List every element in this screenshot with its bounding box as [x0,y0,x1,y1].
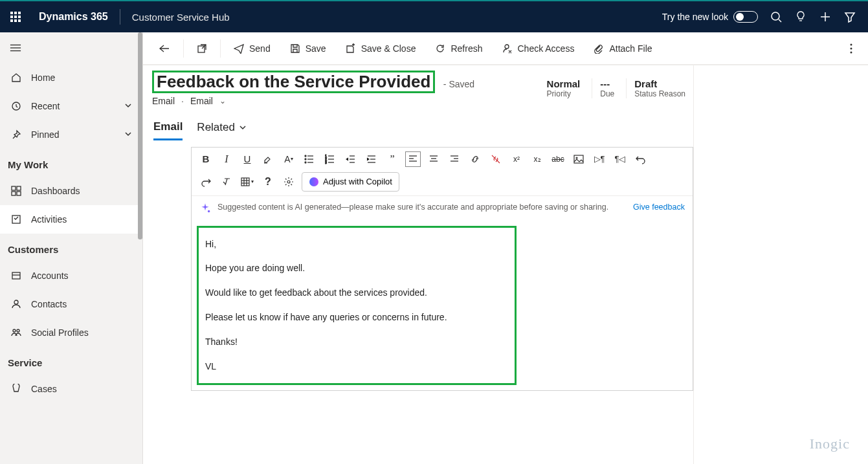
svg-point-18 [17,329,19,332]
quote-button[interactable]: ” [384,151,400,167]
clock-icon [10,101,22,111]
svg-point-23 [851,51,852,53]
save-button[interactable]: Save [281,34,335,63]
unlink-button[interactable] [488,151,504,167]
filter-icon[interactable] [843,10,856,23]
lightbulb-icon[interactable] [794,10,807,23]
rtl-button[interactable]: ¶◁ [612,151,628,167]
meta-status[interactable]: Draft Status Reason [626,78,685,98]
attach-file-button[interactable]: Attach File [584,34,661,63]
copilot-button[interactable]: Adjust with Copilot [302,172,399,192]
svg-point-24 [305,155,306,157]
align-left-button[interactable] [405,151,421,167]
waffle-icon [10,12,21,22]
sidebar-item-home[interactable]: Home [0,63,142,92]
chevron-down-icon [124,101,132,111]
home-icon [10,72,22,83]
italic-button[interactable]: I [219,151,234,167]
activities-icon [10,214,22,225]
give-feedback-link[interactable]: Give feedback [633,203,685,212]
subscript-button[interactable]: x₂ [529,151,545,167]
chevron-down-icon[interactable]: ⌄ [219,96,226,105]
cmd-label: Check Access [517,43,574,54]
watermark: Inogic [810,436,850,452]
email-line: Would like to get feedback about the ser… [205,285,508,301]
meta-priority[interactable]: Normal Priority [539,78,581,98]
sidebar-item-dashboards[interactable]: Dashboards [0,177,142,205]
meta-due[interactable]: --- Due [592,78,614,98]
app-name[interactable]: Customer Service Hub [132,12,230,23]
indent-button[interactable] [364,151,379,167]
pin-icon [10,129,22,140]
svg-point-22 [851,47,852,49]
sidebar-item-activities[interactable]: Activities [0,205,142,234]
refresh-button[interactable]: Refresh [426,34,491,63]
svg-rect-9 [12,186,16,190]
copilot-icon [309,177,319,187]
link-button[interactable] [467,151,483,167]
settings-button[interactable] [281,174,296,190]
svg-point-59 [309,177,318,186]
accounts-icon [10,271,22,281]
table-button[interactable]: ▾ [239,174,255,190]
align-center-button[interactable] [426,151,441,167]
email-line: VL [205,359,508,375]
overflow-button[interactable] [841,34,862,63]
send-button[interactable]: Send [225,34,280,63]
svg-point-16 [14,300,18,304]
sidebar-item-label: Social Profiles [31,327,89,338]
popout-button[interactable] [188,34,216,63]
sidebar-item-recent[interactable]: Recent [0,92,142,120]
email-body-highlight[interactable]: Hi, Hope you are doing well. Would like … [197,226,517,386]
bold-button[interactable]: B [198,151,214,167]
help-button[interactable]: ? [260,174,276,190]
app-launcher-button[interactable] [0,1,31,32]
image-button[interactable] [571,151,586,167]
save-close-button[interactable]: Save & Close [337,34,425,63]
bullet-list-button[interactable] [302,151,317,167]
sidebar-toggle-button[interactable] [0,32,31,63]
svg-point-26 [305,159,306,160]
try-new-toggle[interactable] [733,11,758,23]
send-icon [234,43,244,54]
form-selector[interactable]: Email [190,96,213,106]
email-line: Hope you are doing well. [205,261,508,276]
tab-related[interactable]: Related [197,120,247,140]
svg-text:3: 3 [325,160,327,164]
sidebar-item-accounts[interactable]: Accounts [0,261,142,290]
tab-email[interactable]: Email [153,120,183,140]
superscript-button[interactable]: x² [509,151,524,167]
sidebar-item-social[interactable]: Social Profiles [0,318,142,347]
sidebar-item-contacts[interactable]: Contacts [0,290,142,318]
search-icon[interactable] [770,10,783,23]
sidebar-item-cases[interactable]: Cases [0,375,142,403]
social-icon [10,327,22,338]
align-right-button[interactable] [447,151,462,167]
check-access-button[interactable]: Check Access [493,34,583,63]
record-title: Feedback on the Service Provided [157,72,430,91]
separator [120,9,120,25]
try-new-look[interactable]: Try the new look [662,11,758,23]
number-list-button[interactable]: 123 [322,151,338,167]
underline-button[interactable]: U [239,151,255,167]
strikethrough-button[interactable]: abc [550,151,566,167]
cmd-label: Attach File [609,43,652,54]
add-icon[interactable] [819,10,832,23]
clear-format-button[interactable] [219,174,234,190]
svg-rect-10 [17,186,21,190]
sidebar-item-label: Home [31,72,55,83]
redo-button[interactable] [198,174,214,190]
sidebar-item-pinned[interactable]: Pinned [0,120,142,149]
outdent-button[interactable] [343,151,359,167]
font-color-button[interactable]: A▾ [281,151,296,167]
svg-rect-53 [241,178,249,186]
back-button[interactable] [150,34,179,63]
undo-button[interactable] [633,151,649,167]
ltr-button[interactable]: ▷¶ [592,151,607,167]
sidebar-scrollbar[interactable] [138,32,142,239]
highlight-button[interactable] [260,151,276,167]
ai-banner: Suggested content is AI generated—please… [192,195,693,221]
svg-rect-13 [12,215,20,223]
sidebar-item-label: Contacts [31,299,67,309]
cmd-label: Send [249,43,271,54]
